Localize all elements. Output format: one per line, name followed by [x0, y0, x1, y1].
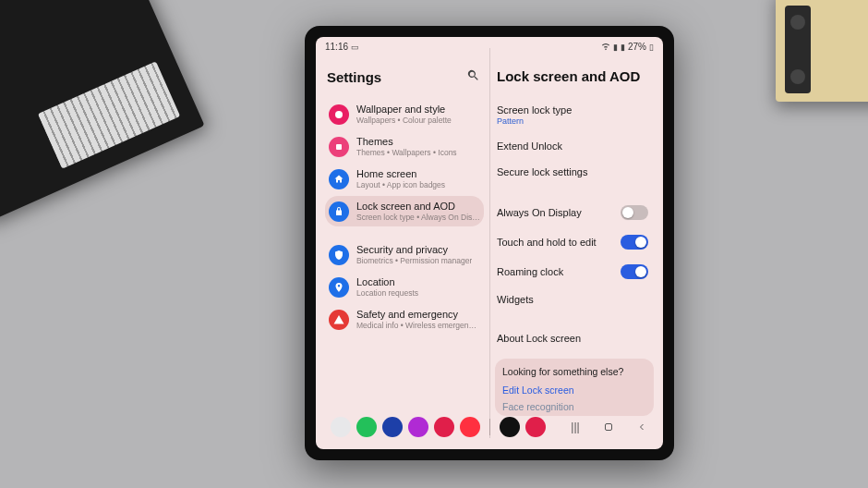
- signal-icon-2: ▮: [621, 43, 625, 52]
- row-touch-hold[interactable]: Touch and hold to edit: [495, 227, 654, 257]
- row-label: Roaming clock: [497, 266, 563, 277]
- status-time: 11:16: [325, 42, 348, 52]
- app-icon[interactable]: [500, 417, 520, 437]
- row-label: Secure lock settings: [497, 166, 587, 177]
- link-edit-lock-screen[interactable]: Edit Lock screen: [502, 377, 646, 399]
- svg-rect-2: [606, 424, 612, 431]
- product-box: Galaxy Z Fold6: [0, 0, 205, 224]
- card-question: Looking for something else?: [502, 366, 646, 377]
- toggle-touch-hold[interactable]: [621, 235, 648, 250]
- row-label: Always On Display: [497, 207, 582, 218]
- app-phone-icon[interactable]: [356, 417, 377, 437]
- signal-icon: ▮: [613, 43, 618, 52]
- toggle-roaming[interactable]: [621, 264, 648, 279]
- settings-list: Wallpaper and style Wallpapers • Colour …: [325, 99, 484, 335]
- settings-item-wallpaper[interactable]: Wallpaper and style Wallpapers • Colour …: [325, 99, 484, 129]
- detail-title: Lock screen and AOD: [495, 61, 654, 97]
- detail-pane: Lock screen and AOD Screen lock type Pat…: [489, 55, 663, 449]
- row-label: Extend Unlock: [497, 140, 562, 152]
- row-label: Touch and hold to edit: [497, 237, 597, 248]
- settings-item-home[interactable]: Home screen Layout • App icon badges: [325, 164, 484, 194]
- tablet-device: 11:16 ▭ ▮ ▮ 27% ▯ Settings: [305, 26, 674, 460]
- app-youtube-icon[interactable]: [460, 417, 480, 437]
- item-label: Themes: [356, 136, 457, 147]
- item-label: Wallpaper and style: [356, 104, 452, 115]
- shield-icon: [329, 245, 349, 265]
- alert-icon: [329, 310, 349, 330]
- row-roaming-clock[interactable]: Roaming clock: [495, 257, 654, 287]
- palette-icon: [329, 104, 349, 125]
- item-label: Security and privacy: [356, 244, 472, 255]
- notification-icon: ▭: [351, 43, 359, 52]
- suggestion-card: Looking for something else? Edit Lock sc…: [495, 359, 654, 416]
- search-button[interactable]: [466, 68, 480, 86]
- link-face-recognition[interactable]: Face recognition: [502, 399, 646, 412]
- row-widgets[interactable]: Widgets: [495, 287, 654, 312]
- settings-item-lockscreen[interactable]: Lock screen and AOD Screen lock type • A…: [325, 196, 484, 226]
- hinge-hardware: [785, 6, 811, 93]
- item-sub: Layout • App icon badges: [356, 180, 445, 189]
- item-label: Location: [356, 276, 418, 287]
- item-sub: Medical info • Wireless emergency alerts: [356, 321, 480, 330]
- item-sub: Biometrics • Permission manager: [356, 256, 472, 265]
- toggle-aod[interactable]: [621, 205, 648, 220]
- row-extend-unlock[interactable]: Extend Unlock: [495, 133, 654, 159]
- settings-pane: Settings Wallpaper and style Wallpapers …: [316, 55, 489, 449]
- settings-item-security[interactable]: Security and privacy Biometrics • Permis…: [325, 239, 484, 270]
- app-icon[interactable]: [434, 417, 454, 437]
- row-secure-lock[interactable]: Secure lock settings: [495, 159, 654, 185]
- row-label: Screen lock type: [497, 104, 572, 116]
- app-icon[interactable]: [525, 417, 546, 437]
- page-title: Settings: [327, 69, 381, 85]
- settings-item-themes[interactable]: Themes Themes • Wallpapers • Icons: [325, 131, 484, 162]
- app-icon[interactable]: [331, 417, 351, 437]
- item-label: Safety and emergency: [356, 309, 480, 320]
- settings-item-safety[interactable]: Safety and emergency Medical info • Wire…: [325, 304, 484, 335]
- row-label: About Lock screen: [497, 333, 581, 344]
- location-icon: [329, 277, 349, 298]
- item-sub: Wallpapers • Colour palette: [356, 116, 452, 125]
- item-label: Lock screen and AOD: [356, 201, 480, 212]
- battery-percent: 27%: [628, 42, 646, 52]
- wifi-icon: [601, 42, 610, 53]
- settings-item-location[interactable]: Location Location requests: [325, 272, 484, 302]
- svg-rect-1: [336, 144, 342, 150]
- nav-back-button[interactable]: [635, 421, 648, 433]
- row-label: Widgets: [497, 294, 534, 305]
- nav-home-button[interactable]: [602, 421, 615, 433]
- app-icon[interactable]: [382, 417, 403, 437]
- item-label: Home screen: [356, 168, 445, 179]
- row-screen-lock-type[interactable]: Screen lock type Pattern: [495, 97, 654, 133]
- row-about-lock[interactable]: About Lock screen: [495, 325, 654, 351]
- search-icon: [466, 68, 480, 82]
- lock-icon: [329, 201, 349, 222]
- nav-recents-button[interactable]: |||: [569, 421, 582, 433]
- barcode-sticker: [38, 61, 180, 168]
- item-sub: Location requests: [356, 288, 418, 298]
- svg-point-0: [335, 111, 343, 118]
- app-icon[interactable]: [408, 417, 428, 437]
- row-aod[interactable]: Always On Display: [495, 198, 654, 227]
- screen: 11:16 ▭ ▮ ▮ 27% ▯ Settings: [316, 37, 663, 449]
- battery-icon: ▯: [649, 43, 654, 52]
- themes-icon: [329, 137, 349, 157]
- item-sub: Themes • Wallpapers • Icons: [356, 148, 457, 157]
- row-value: Pattern: [497, 116, 572, 126]
- fold-crease: [489, 48, 490, 438]
- item-sub: Screen lock type • Always On Display: [356, 213, 480, 222]
- home-icon: [329, 169, 349, 189]
